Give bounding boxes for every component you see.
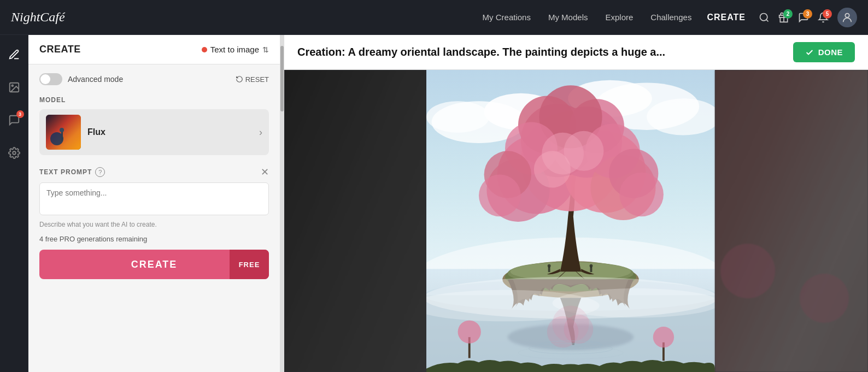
done-button[interactable]: DONE [793, 42, 855, 62]
svg-point-52 [458, 320, 481, 343]
svg-point-60 [552, 306, 589, 343]
svg-rect-67 [715, 70, 868, 372]
search-button[interactable] [759, 12, 770, 23]
content-area: Creation: A dreamy oriental landscape. T… [284, 35, 868, 372]
free-button-badge: FREE [230, 250, 269, 279]
nav-my-models[interactable]: My Models [548, 13, 588, 22]
free-generations-text: 4 free PRO generations remaining [39, 235, 269, 243]
svg-point-42 [479, 175, 521, 217]
model-arrow-icon: › [259, 127, 262, 138]
done-button-label: DONE [818, 48, 843, 57]
gift-button[interactable]: 2 [778, 12, 789, 23]
chevron-updown-icon: ⇅ [262, 45, 269, 54]
svg-point-4 [11, 85, 13, 86]
main-image-svg [426, 70, 715, 372]
gift-badge: 2 [783, 9, 793, 19]
prompt-clear-button[interactable]: ✕ [261, 166, 269, 178]
advanced-mode-label: Advanced mode [68, 75, 123, 84]
mode-label: Text to image [210, 45, 259, 54]
search-icon [759, 12, 770, 23]
svg-rect-49 [590, 267, 593, 273]
checkmark-icon [805, 48, 814, 57]
prompt-section-label: TEXT PROMPT [39, 168, 92, 176]
nav-icon-group: 2 3 5 [759, 8, 857, 27]
model-name: Flux [87, 127, 253, 137]
nav-my-creations[interactable]: My Creations [483, 13, 531, 22]
svg-rect-6 [46, 115, 81, 150]
main-layout: 3 CREATE Text to image ⇅ Advanced mode [0, 35, 868, 372]
toggle-row: Advanced mode [39, 73, 123, 85]
svg-rect-8 [61, 131, 63, 141]
sidebar-gallery-icon[interactable] [3, 76, 25, 98]
nav-challenges[interactable]: Challenges [650, 13, 691, 22]
svg-point-50 [590, 264, 593, 268]
prompt-header: TEXT PROMPT ? ✕ [39, 166, 269, 178]
create-free-button[interactable]: CREATE FREE [39, 250, 269, 279]
reset-button[interactable]: RESET [236, 75, 269, 84]
svg-point-0 [760, 13, 767, 20]
model-thumb-svg [46, 115, 81, 150]
model-thumbnail [46, 115, 81, 150]
svg-rect-47 [548, 267, 550, 273]
bell-badge: 5 [823, 9, 832, 19]
logo[interactable]: NightCafé [11, 10, 65, 25]
advanced-mode-toggle[interactable] [39, 73, 62, 85]
create-panel-title: CREATE [39, 44, 81, 55]
advanced-mode-row: Advanced mode RESET [39, 73, 269, 85]
right-panel-svg [715, 70, 868, 372]
create-button-wrap: CREATE FREE [39, 250, 269, 279]
scrollbar[interactable] [280, 35, 284, 372]
top-navigation: NightCafé My Creations My Models Explore… [0, 0, 868, 35]
svg-point-2 [845, 13, 849, 17]
help-icon[interactable]: ? [95, 167, 105, 177]
content-header: Creation: A dreamy oriental landscape. T… [284, 35, 868, 70]
svg-rect-11 [284, 70, 426, 372]
prompt-label-row: TEXT PROMPT ? [39, 167, 105, 177]
image-right-panel [715, 70, 868, 372]
svg-point-46 [534, 151, 571, 187]
svg-point-9 [60, 128, 64, 132]
nav-create-button[interactable]: CREATE [707, 13, 746, 22]
chat-badge: 3 [803, 9, 812, 19]
content-title: Creation: A dreamy oriental landscape. T… [297, 46, 665, 58]
nav-links: My Creations My Models Explore Challenge… [483, 13, 692, 22]
svg-point-15 [426, 101, 489, 133]
create-panel: CREATE Text to image ⇅ Advanced mode RES… [28, 35, 280, 372]
sidebar-settings-icon[interactable] [3, 142, 25, 164]
scroll-thumb [280, 46, 284, 111]
mode-indicator-dot [202, 47, 207, 52]
svg-point-54 [653, 327, 674, 347]
reset-label: RESET [245, 75, 269, 84]
sidebar-chat-badge: 3 [16, 110, 24, 118]
create-button-label: CREATE [131, 259, 178, 270]
prompt-textarea[interactable] [39, 182, 269, 215]
nav-explore[interactable]: Explore [605, 13, 633, 22]
sidebar-chat-icon[interactable]: 3 [3, 109, 25, 131]
mode-selector[interactable]: Text to image ⇅ [202, 45, 269, 54]
bell-button[interactable]: 5 [818, 12, 829, 23]
image-left-panel [284, 70, 426, 372]
svg-point-43 [619, 173, 664, 217]
model-card[interactable]: Flux › [39, 109, 269, 155]
prompt-hint: Describe what you want the AI to create. [39, 221, 269, 228]
sidebar-create-icon[interactable] [3, 44, 25, 66]
svg-point-5 [13, 151, 16, 155]
model-section-label: MODEL [39, 96, 269, 104]
main-image-area [426, 70, 715, 372]
reset-icon [236, 75, 243, 83]
left-panel-svg [284, 70, 426, 372]
avatar[interactable] [837, 8, 857, 27]
icon-sidebar: 3 [0, 35, 28, 372]
brush-icon [8, 49, 20, 61]
image-area [284, 70, 868, 372]
create-panel-header: CREATE Text to image ⇅ [28, 35, 280, 64]
image-icon [8, 81, 20, 93]
chat-button[interactable]: 3 [798, 12, 809, 23]
create-panel-body: Advanced mode RESET MODEL [28, 64, 280, 372]
gear-icon [8, 147, 20, 159]
svg-point-48 [548, 264, 551, 268]
